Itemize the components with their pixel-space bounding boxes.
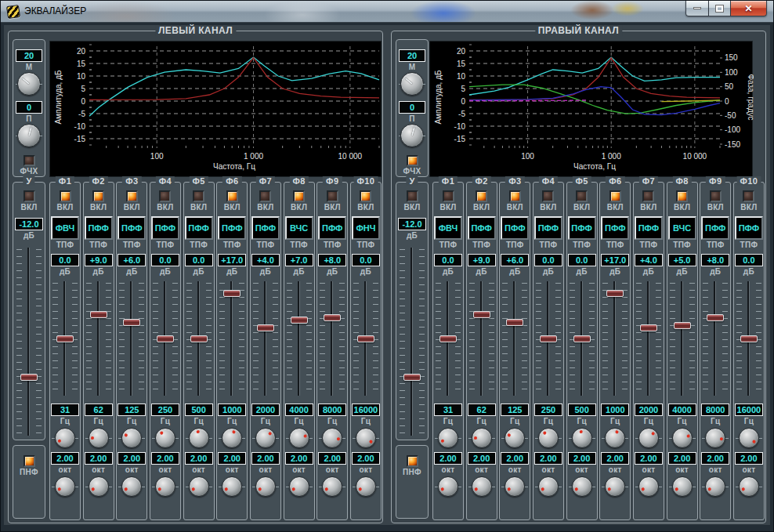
- filter-type-button[interactable]: ПФФ: [151, 216, 179, 240]
- band-frequency-knob[interactable]: [669, 427, 696, 449]
- band-bandwidth-knob[interactable]: [186, 476, 212, 498]
- band-bandwidth-knob[interactable]: [669, 476, 696, 498]
- band-gain-slider[interactable]: [185, 280, 213, 397]
- master-gain-slider[interactable]: [15, 246, 43, 437]
- slider-handle[interactable]: [439, 335, 457, 342]
- slider-handle[interactable]: [291, 317, 308, 324]
- band-gain-slider[interactable]: [701, 280, 729, 397]
- band-bandwidth-knob[interactable]: [353, 476, 379, 498]
- filter-type-button[interactable]: ПФФ: [534, 216, 562, 240]
- band-frequency-knob[interactable]: [435, 427, 461, 449]
- band-enable-led[interactable]: [360, 190, 371, 202]
- band-frequency-knob[interactable]: [319, 427, 345, 449]
- band-enable-led[interactable]: [710, 190, 722, 202]
- notch-filter-led[interactable]: [407, 455, 418, 467]
- band-gain-slider[interactable]: [735, 280, 763, 397]
- slider-handle[interactable]: [56, 335, 74, 342]
- band-frequency-knob[interactable]: [468, 427, 495, 449]
- band-frequency-knob[interactable]: [252, 427, 279, 449]
- band-enable-led[interactable]: [542, 190, 554, 202]
- filter-type-button[interactable]: ПФФ: [701, 216, 729, 240]
- band-enable-led[interactable]: [327, 190, 338, 202]
- filter-type-button[interactable]: ПФФ: [251, 216, 280, 240]
- band-bandwidth-knob[interactable]: [85, 476, 112, 498]
- band-bandwidth-knob[interactable]: [52, 476, 78, 498]
- band-enable-led[interactable]: [509, 190, 521, 202]
- filter-type-button[interactable]: ПФФ: [318, 216, 346, 240]
- filter-type-button[interactable]: ПФФ: [601, 216, 629, 240]
- band-frequency-knob[interactable]: [501, 427, 528, 449]
- maximize-button[interactable]: [709, 1, 731, 16]
- band-frequency-knob[interactable]: [535, 427, 562, 449]
- band-enable-led[interactable]: [476, 190, 487, 202]
- slider-handle[interactable]: [403, 374, 421, 381]
- slider-handle[interactable]: [707, 314, 724, 321]
- band-bandwidth-knob[interactable]: [468, 476, 495, 498]
- band-enable-led[interactable]: [259, 190, 271, 202]
- master-enable-led[interactable]: [407, 190, 418, 202]
- band-enable-led[interactable]: [676, 190, 688, 202]
- filter-type-button[interactable]: ПФФ: [568, 216, 596, 240]
- band-enable-led[interactable]: [576, 190, 588, 202]
- band-bandwidth-knob[interactable]: [569, 476, 595, 498]
- filter-type-button[interactable]: ФВЧ: [434, 216, 462, 240]
- band-frequency-knob[interactable]: [186, 427, 212, 449]
- master-gain-slider[interactable]: [398, 246, 426, 437]
- band-frequency-knob[interactable]: [219, 427, 245, 449]
- band-gain-slider[interactable]: [501, 280, 529, 397]
- filter-type-button[interactable]: ПФФ: [501, 216, 529, 240]
- band-bandwidth-knob[interactable]: [435, 476, 461, 498]
- band-gain-slider[interactable]: [218, 280, 246, 397]
- band-gain-slider[interactable]: [85, 280, 113, 397]
- slider-handle[interactable]: [506, 319, 523, 326]
- band-frequency-knob[interactable]: [602, 427, 628, 449]
- band-gain-slider[interactable]: [318, 280, 346, 397]
- filter-type-button[interactable]: ПФФ: [735, 216, 763, 240]
- slider-handle[interactable]: [573, 335, 591, 342]
- band-frequency-knob[interactable]: [702, 427, 729, 449]
- band-gain-slider[interactable]: [251, 280, 280, 397]
- filter-type-button[interactable]: ПФФ: [218, 216, 246, 240]
- band-enable-led[interactable]: [92, 190, 104, 202]
- band-frequency-knob[interactable]: [635, 427, 662, 449]
- slider-handle[interactable]: [540, 335, 557, 342]
- band-frequency-knob[interactable]: [353, 427, 379, 449]
- slider-handle[interactable]: [190, 335, 208, 342]
- band-gain-slider[interactable]: [51, 280, 79, 397]
- band-frequency-knob[interactable]: [286, 427, 313, 449]
- slider-handle[interactable]: [257, 324, 274, 331]
- minimize-button[interactable]: [685, 1, 709, 16]
- band-gain-slider[interactable]: [285, 280, 313, 397]
- band-gain-slider[interactable]: [352, 280, 380, 397]
- band-enable-led[interactable]: [126, 190, 138, 202]
- slider-handle[interactable]: [157, 335, 174, 342]
- slider-handle[interactable]: [90, 311, 107, 318]
- band-gain-slider[interactable]: [534, 280, 562, 397]
- band-enable-led[interactable]: [443, 190, 454, 202]
- band-bandwidth-knob[interactable]: [501, 476, 528, 498]
- slider-handle[interactable]: [20, 374, 38, 381]
- slider-handle[interactable]: [640, 324, 657, 331]
- filter-type-button[interactable]: ФВЧ: [51, 216, 79, 240]
- phase-view-led[interactable]: [407, 155, 418, 166]
- band-enable-led[interactable]: [743, 190, 754, 202]
- band-gain-slider[interactable]: [668, 280, 696, 397]
- slider-handle[interactable]: [473, 311, 490, 318]
- offset-knob[interactable]: [16, 124, 42, 147]
- master-enable-led[interactable]: [24, 190, 35, 202]
- slider-handle[interactable]: [606, 290, 624, 297]
- band-frequency-knob[interactable]: [569, 427, 595, 449]
- band-gain-slider[interactable]: [635, 280, 663, 397]
- slider-handle[interactable]: [740, 335, 758, 342]
- filter-type-button[interactable]: ФНЧ: [352, 216, 380, 240]
- band-bandwidth-knob[interactable]: [152, 476, 179, 498]
- band-enable-led[interactable]: [293, 190, 305, 202]
- band-gain-slider[interactable]: [434, 280, 462, 397]
- band-bandwidth-knob[interactable]: [635, 476, 662, 498]
- filter-type-button[interactable]: ВЧС: [285, 216, 313, 240]
- band-bandwidth-knob[interactable]: [286, 476, 313, 498]
- slider-handle[interactable]: [223, 290, 241, 297]
- band-bandwidth-knob[interactable]: [219, 476, 245, 498]
- band-enable-led[interactable]: [159, 190, 171, 202]
- band-frequency-knob[interactable]: [52, 427, 78, 449]
